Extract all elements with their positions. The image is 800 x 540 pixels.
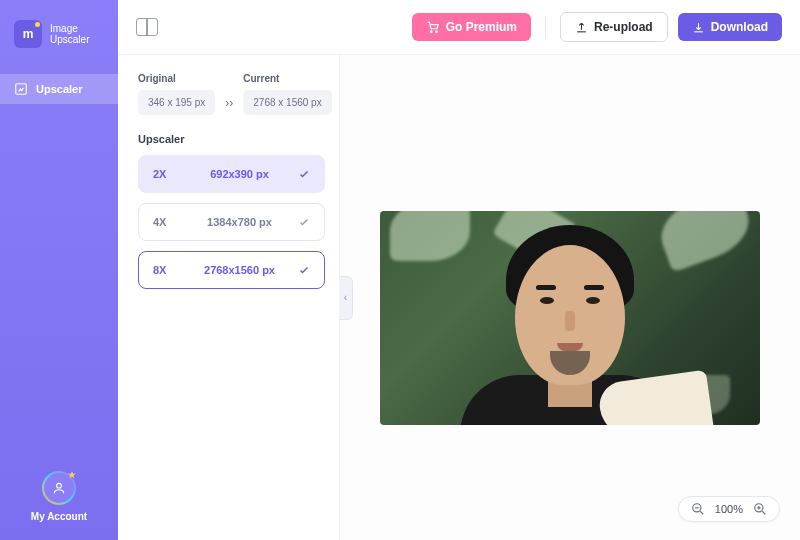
divider [545, 16, 546, 38]
go-premium-label: Go Premium [446, 20, 517, 34]
option-dim: 692x390 px [210, 168, 269, 180]
zoom-in-button[interactable] [753, 502, 767, 516]
option-mult: 4X [153, 216, 181, 228]
upscale-option-4x[interactable]: 4X 1384x780 px [138, 203, 325, 241]
original-dim-col: Original 346 x 195 px [138, 73, 215, 115]
sidebar-item-upscaler[interactable]: Upscaler [0, 74, 118, 104]
main: Go Premium Re-upload Download Ori [118, 0, 800, 540]
current-label: Current [243, 73, 331, 84]
brand-name: Image Upscaler [50, 23, 89, 46]
option-dim: 1384x780 px [207, 216, 272, 228]
svg-point-3 [435, 31, 437, 33]
svg-point-1 [57, 483, 62, 488]
download-icon [692, 21, 705, 34]
layout-toggle-icon[interactable] [136, 18, 158, 36]
option-mult: 2X [153, 168, 181, 180]
sidebar: m Image Upscaler Upscaler My Account [0, 0, 118, 540]
upscale-option-8x[interactable]: 8X 2768x1560 px [138, 251, 325, 289]
current-dim: 2768 x 1560 px [243, 90, 331, 115]
upload-icon [575, 21, 588, 34]
upscaler-icon [14, 82, 28, 96]
current-dim-col: Current 2768 x 1560 px [243, 73, 331, 115]
preview-area: ‹ 100 [340, 55, 800, 540]
zoom-level: 100% [715, 503, 743, 515]
panel-collapse-handle[interactable]: ‹ [339, 276, 353, 320]
options-panel: Original 346 x 195 px ›› Current 2768 x … [118, 55, 340, 540]
check-icon [298, 216, 310, 228]
cart-icon [426, 20, 440, 34]
download-button[interactable]: Download [678, 13, 782, 41]
svg-point-2 [430, 31, 432, 33]
check-icon [298, 264, 310, 276]
topbar: Go Premium Re-upload Download [118, 0, 800, 55]
content: Original 346 x 195 px ›› Current 2768 x … [118, 55, 800, 540]
option-dim: 2768x1560 px [204, 264, 275, 276]
option-mult: 8X [153, 264, 181, 276]
reupload-label: Re-upload [594, 20, 653, 34]
my-account[interactable]: My Account [0, 471, 118, 522]
check-icon [298, 168, 310, 180]
zoom-control: 100% [678, 496, 780, 522]
original-label: Original [138, 73, 215, 84]
reupload-button[interactable]: Re-upload [560, 12, 668, 42]
dimensions-row: Original 346 x 195 px ›› Current 2768 x … [138, 73, 325, 115]
upscale-option-2x[interactable]: 2X 692x390 px [138, 155, 325, 193]
original-dim: 346 x 195 px [138, 90, 215, 115]
go-premium-button[interactable]: Go Premium [412, 13, 531, 41]
brand-logo-icon: m [14, 20, 42, 48]
avatar [42, 471, 76, 505]
download-label: Download [711, 20, 768, 34]
brand: m Image Upscaler [0, 20, 118, 74]
sidebar-item-label: Upscaler [36, 83, 82, 95]
zoom-out-button[interactable] [691, 502, 705, 516]
upscaler-section-title: Upscaler [138, 133, 325, 145]
app-root: m Image Upscaler Upscaler My Account [0, 0, 800, 540]
arrow-icon: ›› [225, 78, 233, 110]
result-image[interactable] [380, 211, 760, 425]
my-account-label: My Account [31, 511, 87, 522]
